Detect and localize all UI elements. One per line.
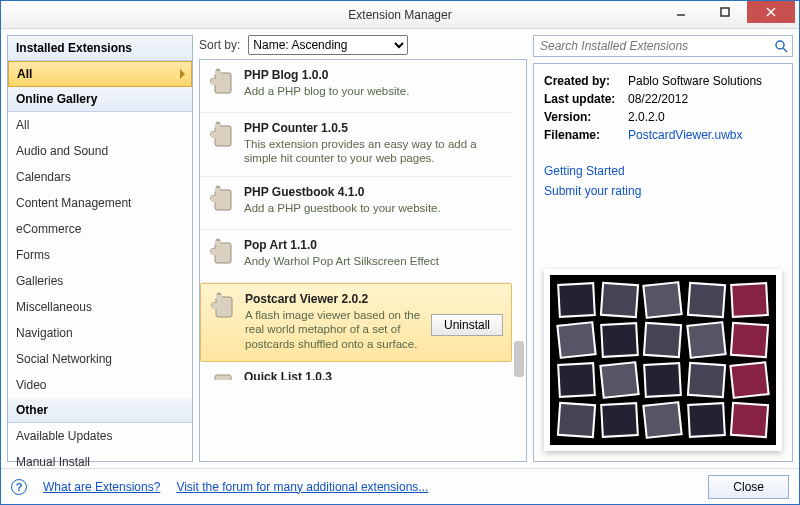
postcard-icon — [729, 361, 770, 399]
extension-item[interactable]: Quick List 1.0.3 — [200, 362, 512, 380]
svg-rect-9 — [215, 126, 231, 146]
info-value-link[interactable]: PostcardViewer.uwbx — [628, 128, 743, 142]
right-panel: Created by:Pablo Software Solutions Last… — [533, 35, 793, 462]
forum-link[interactable]: Visit the forum for many additional exte… — [176, 480, 428, 494]
postcard-icon — [643, 281, 684, 319]
maximize-button[interactable] — [703, 1, 747, 23]
search-icon[interactable] — [770, 36, 792, 56]
extension-icon — [209, 292, 237, 326]
postcard-icon — [687, 402, 726, 438]
extension-body: PHP Counter 1.0.5 This extension provide… — [244, 121, 504, 166]
svg-rect-12 — [215, 124, 221, 128]
extension-desc: Andy Warhol Pop Art Silkscreen Effect — [244, 254, 504, 268]
minimize-button[interactable] — [659, 1, 703, 23]
sidebar-header-all-selected[interactable]: All — [8, 61, 192, 87]
info-panel: Created by:Pablo Software Solutions Last… — [533, 63, 793, 462]
svg-rect-17 — [215, 188, 221, 192]
titlebar: Extension Manager — [1, 1, 799, 29]
search-box — [533, 35, 793, 57]
svg-point-30 — [776, 41, 784, 49]
extension-body: Uninstall Postcard Viewer 2.0.2 A flash … — [245, 292, 503, 351]
sidebar-item[interactable]: Video — [8, 372, 192, 398]
extension-desc: Add a PHP guestbook to your website. — [244, 201, 504, 215]
svg-rect-23 — [211, 249, 216, 255]
extension-icon — [208, 121, 236, 155]
preview-thumbnail — [544, 269, 782, 451]
extension-icon — [208, 370, 236, 380]
postcard-icon — [557, 402, 596, 439]
extension-item[interactable]: Pop Art 1.1.0 Andy Warhol Pop Art Silksc… — [200, 230, 512, 283]
extension-icon — [208, 185, 236, 219]
sidebar-item[interactable]: Forms — [8, 242, 192, 268]
postcard-icon — [600, 402, 639, 438]
postcard-icon — [600, 361, 641, 399]
postcard-icon — [730, 322, 769, 359]
info-value: Pablo Software Solutions — [628, 74, 762, 88]
sidebar-item[interactable]: Social Networking — [8, 346, 192, 372]
footer: ? What are Extensions? Visit the forum f… — [1, 468, 799, 504]
extension-body: PHP Guestbook 4.1.0 Add a PHP guestbook … — [244, 185, 504, 219]
postcard-icon — [730, 282, 769, 318]
extension-name: PHP Blog 1.0.0 — [244, 68, 504, 82]
svg-rect-22 — [215, 241, 221, 245]
what-are-extensions-link[interactable]: What are Extensions? — [43, 480, 160, 494]
sort-label: Sort by: — [199, 38, 240, 52]
sidebar-header-other[interactable]: Other — [8, 398, 192, 423]
svg-rect-28 — [212, 303, 217, 309]
extension-desc: This extension provides an easy way to a… — [244, 137, 504, 166]
sidebar-item[interactable]: All — [8, 112, 192, 138]
info-row: Version:2.0.2.0 — [544, 110, 782, 124]
extension-item[interactable]: PHP Guestbook 4.1.0 Add a PHP guestbook … — [200, 177, 512, 230]
svg-rect-19 — [215, 243, 231, 263]
postcard-icon — [643, 401, 684, 439]
postcard-icon — [643, 322, 682, 359]
sidebar: Installed Extensions All Online Gallery … — [7, 35, 193, 462]
help-icon[interactable]: ? — [11, 479, 27, 495]
extension-icon — [208, 68, 236, 102]
postcard-icon — [686, 321, 727, 359]
extension-name: PHP Counter 1.0.5 — [244, 121, 504, 135]
info-links: Getting Started Submit your rating — [544, 164, 782, 204]
uninstall-button[interactable]: Uninstall — [431, 314, 503, 336]
info-row: Created by:Pablo Software Solutions — [544, 74, 782, 88]
postcard-icon — [686, 282, 725, 319]
sidebar-item[interactable]: Miscellaneous — [8, 294, 192, 320]
search-input[interactable] — [534, 36, 770, 56]
postcard-icon — [730, 402, 769, 439]
postcard-icon — [686, 362, 725, 399]
info-key: Last update: — [544, 92, 628, 106]
sidebar-item[interactable]: Available Updates — [8, 423, 192, 449]
sidebar-item[interactable]: Content Management — [8, 190, 192, 216]
close-window-button[interactable] — [747, 1, 795, 23]
scrollbar-thumb[interactable] — [514, 341, 524, 377]
extension-name: PHP Guestbook 4.1.0 — [244, 185, 504, 199]
sidebar-item[interactable]: Manual Install — [8, 449, 192, 468]
info-row: Last update:08/22/2012 — [544, 92, 782, 106]
extension-manager-window: Extension Manager Installed Extensions A… — [0, 0, 800, 505]
extension-item[interactable]: PHP Counter 1.0.5 This extension provide… — [200, 113, 512, 177]
svg-rect-7 — [215, 71, 221, 75]
sort-select[interactable]: Name: Ascending Name: Descending Date: A… — [248, 35, 408, 55]
svg-rect-1 — [721, 8, 729, 16]
extension-list[interactable]: PHP Blog 1.0.0 Add a PHP blog to your we… — [200, 60, 526, 461]
extension-body: PHP Blog 1.0.0 Add a PHP blog to your we… — [244, 68, 504, 102]
submit-rating-link[interactable]: Submit your rating — [544, 184, 782, 198]
sidebar-header-online-gallery[interactable]: Online Gallery — [8, 87, 192, 112]
postcard-icon — [600, 282, 639, 319]
svg-rect-14 — [215, 190, 231, 210]
sidebar-header-installed[interactable]: Installed Extensions — [8, 36, 192, 61]
info-value: 2.0.2.0 — [628, 110, 665, 124]
sidebar-item[interactable]: Galleries — [8, 268, 192, 294]
extension-item[interactable]: PHP Blog 1.0.0 Add a PHP blog to your we… — [200, 60, 512, 113]
preview-canvas — [550, 275, 776, 445]
svg-rect-24 — [216, 297, 232, 317]
sidebar-item[interactable]: Audio and Sound — [8, 138, 192, 164]
getting-started-link[interactable]: Getting Started — [544, 164, 782, 178]
sidebar-item[interactable]: eCommerce — [8, 216, 192, 242]
extension-list-container: PHP Blog 1.0.0 Add a PHP blog to your we… — [199, 59, 527, 462]
info-key: Version: — [544, 110, 628, 124]
extension-item-selected[interactable]: Uninstall Postcard Viewer 2.0.2 A flash … — [200, 283, 512, 362]
sidebar-item[interactable]: Calendars — [8, 164, 192, 190]
sidebar-item[interactable]: Navigation — [8, 320, 192, 346]
close-button[interactable]: Close — [708, 475, 789, 499]
